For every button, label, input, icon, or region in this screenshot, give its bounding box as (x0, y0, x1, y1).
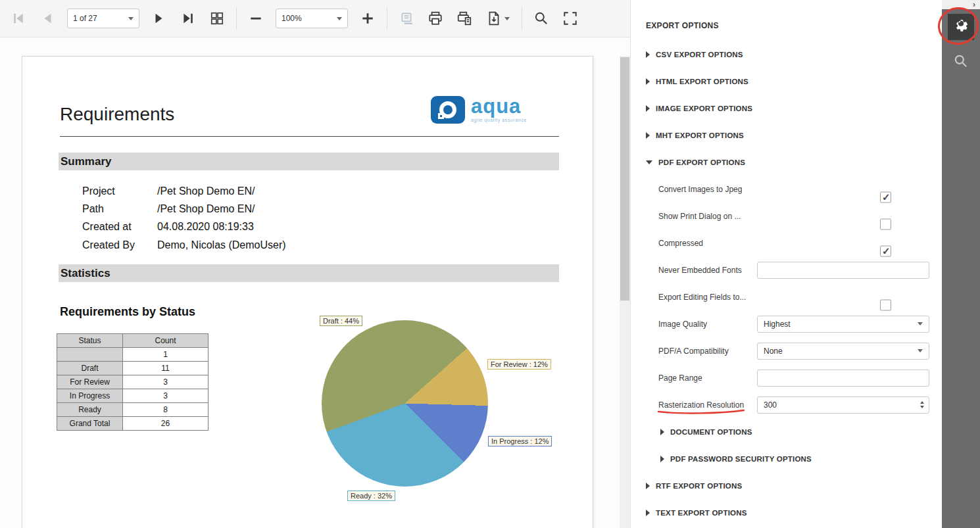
last-page-button[interactable] (174, 5, 203, 32)
cell-count: 26 (123, 417, 208, 431)
section-label: HTML EXPORT OPTIONS (656, 78, 748, 85)
pie-label-in-progress: In Progress : 12% (488, 436, 552, 446)
chevron-down-icon (918, 322, 923, 325)
cell-status: Grand Total (57, 417, 123, 431)
prop-label: Export Editing Fields to... (658, 293, 754, 302)
prop-label: Show Print Dialog on ... (658, 212, 754, 221)
section-pdf-export-options[interactable]: PDF EXPORT OPTIONS (631, 149, 942, 176)
table-row: For Review 3 (57, 375, 208, 389)
dropdown-value: Highest (764, 320, 791, 329)
spinner-up-icon[interactable] (920, 401, 924, 404)
cell-count: 3 (123, 375, 208, 389)
subsection-document-options[interactable]: DOCUMENT OPTIONS (631, 418, 942, 445)
multipage-view-button[interactable] (203, 5, 232, 32)
table-row: Grand Total 26 (57, 417, 208, 431)
search-icon (953, 60, 969, 71)
image-quality-dropdown[interactable]: Highest (757, 316, 929, 333)
compressed-checkbox[interactable] (880, 245, 891, 256)
scrollbar-thumb[interactable] (620, 57, 629, 300)
print-button[interactable] (421, 5, 450, 32)
pdfa-compatibility-dropdown[interactable]: None (757, 343, 929, 360)
table-row: Ready 8 (57, 403, 208, 417)
spinner-down-icon[interactable] (920, 406, 924, 408)
last-page-icon (181, 11, 195, 26)
fullscreen-button[interactable] (556, 5, 585, 32)
search-button[interactable] (527, 5, 556, 32)
section-label: PDF EXPORT OPTIONS (658, 158, 745, 166)
show-print-dialog-checkbox[interactable] (880, 218, 891, 229)
chevron-right-icon (646, 132, 650, 139)
pie-label-for-review: For Review : 12% (487, 359, 551, 370)
dropdown-value: None (764, 347, 783, 356)
rail-search-button[interactable] (953, 53, 969, 72)
section-label: CSV EXPORT OPTIONS (656, 51, 743, 59)
report-page: Requirements aqua agile quality assuranc… (22, 56, 593, 528)
prop-label: Compressed (658, 239, 754, 248)
convert-images-to-jpeg-checkbox[interactable] (880, 191, 891, 203)
prop-show-print-dialog: Show Print Dialog on ... (631, 203, 942, 229)
rail-top-strip: › (942, 0, 980, 9)
cell-count: 11 (123, 362, 208, 375)
zoom-in-button[interactable] (353, 5, 382, 32)
rasterization-resolution-spinner[interactable]: 300 (757, 396, 929, 414)
section-label: MHT EXPORT OPTIONS (656, 132, 744, 139)
printer-icon (428, 11, 443, 26)
export-editing-fields-checkbox[interactable] (880, 299, 891, 310)
section-image-export-options[interactable]: IMAGE EXPORT OPTIONS (631, 95, 942, 122)
minus-icon (249, 11, 263, 26)
export-document-button[interactable] (479, 5, 517, 32)
section-csv-export-options[interactable]: CSV EXPORT OPTIONS (631, 41, 942, 68)
cell-status (57, 348, 123, 362)
previous-page-button[interactable] (33, 5, 62, 32)
field-value: /Pet Shop Demo EN/ (157, 203, 486, 215)
zoom-selector[interactable]: 100% (276, 9, 348, 28)
chevron-right-icon (646, 510, 650, 516)
section-rtf-export-options[interactable]: RTF EXPORT OPTIONS (631, 472, 942, 499)
editing-fields-icon (399, 11, 414, 26)
highlight-editing-fields-button[interactable] (392, 5, 421, 32)
next-page-icon (152, 11, 166, 26)
multipage-grid-icon (210, 11, 224, 26)
chevron-down-icon (646, 160, 652, 164)
section-label: IMAGE EXPORT OPTIONS (656, 105, 752, 112)
chevron-right-icon (646, 105, 650, 112)
cell-status: Draft (57, 362, 123, 375)
column-header-count: Count (123, 334, 208, 348)
next-page-button[interactable] (145, 5, 174, 32)
page-range-input[interactable] (757, 370, 929, 387)
field-value: /Pet Shop Demo EN/ (157, 185, 486, 197)
never-embedded-fonts-input[interactable] (757, 262, 929, 279)
prop-compressed: Compressed (631, 229, 942, 256)
table-row: 1 (57, 348, 208, 362)
prop-label: PDF/A Compatibility (658, 347, 754, 356)
search-icon (533, 11, 549, 26)
prop-label: Convert Images to Jpeg (658, 185, 754, 194)
chevron-down-icon (337, 17, 342, 20)
cell-status: In Progress (57, 389, 123, 403)
prop-never-embedded-fonts: Never Embedded Fonts (631, 256, 942, 283)
collapse-panel-chevron[interactable]: › (973, 1, 975, 8)
fullscreen-icon (562, 11, 578, 26)
zoom-out-button[interactable] (241, 5, 270, 32)
logo-tagline: agile quality assurance (471, 118, 527, 122)
print-page-button[interactable] (450, 5, 479, 32)
subsection-pdf-password-security[interactable]: PDF PASSWORD SECURITY OPTIONS (631, 445, 942, 472)
section-mht-export-options[interactable]: MHT EXPORT OPTIONS (631, 122, 942, 149)
aqua-logo: aqua agile quality assurance (431, 96, 527, 124)
page-selector[interactable]: 1 of 27 (67, 9, 139, 28)
chevron-down-icon (504, 17, 510, 20)
prop-pdfa-compatibility: PDF/A Compatibility None (631, 337, 942, 364)
first-page-button[interactable] (4, 5, 33, 32)
field-value: 04.08.2020 08:19:33 (157, 221, 486, 233)
document-viewport: Requirements aqua agile quality assuranc… (0, 37, 630, 528)
viewer-toolbar: 1 of 27 (0, 0, 630, 37)
printer-page-icon (456, 11, 472, 26)
section-text-export-options[interactable]: TEXT EXPORT OPTIONS (631, 499, 942, 526)
column-header-status: Status (57, 334, 123, 348)
export-settings-button[interactable] (948, 14, 974, 40)
export-options-panel: EXPORT OPTIONS CSV EXPORT OPTIONS HTML E… (630, 0, 942, 528)
document-scrollbar[interactable] (620, 56, 630, 528)
prop-convert-images-to-jpeg: Convert Images to Jpeg (631, 176, 942, 203)
table-row: In Progress 3 (57, 389, 208, 403)
section-html-export-options[interactable]: HTML EXPORT OPTIONS (631, 68, 942, 95)
